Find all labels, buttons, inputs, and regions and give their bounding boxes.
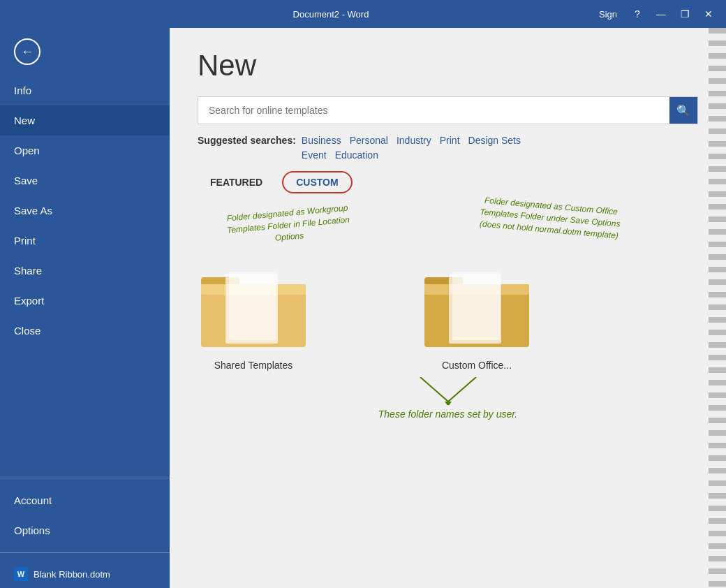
search-row-1: Suggested searches: Business Personal In… xyxy=(198,135,698,146)
svg-line-10 xyxy=(420,377,448,402)
sidebar-item-new[interactable]: New xyxy=(0,105,170,135)
page-title: New xyxy=(198,49,698,82)
search-container: 🔍 xyxy=(198,96,698,124)
suggested-label: Suggested searches: xyxy=(198,135,296,146)
folder-custom-office[interactable]: Custom Office... xyxy=(421,263,533,371)
recent-file-item[interactable]: W Blank Ribbon.dotm xyxy=(0,560,170,588)
suggested-searches: Suggested searches: Business Personal In… xyxy=(198,135,698,161)
tab-custom[interactable]: CUSTOM xyxy=(282,171,352,193)
main-content: New 🔍 Suggested searches: Business Perso… xyxy=(170,28,726,588)
folder-custom-office-label: Custom Office... xyxy=(442,360,512,371)
sidebar-item-save[interactable]: Save xyxy=(0,166,170,196)
search-link-industry[interactable]: Industry xyxy=(397,135,431,146)
annotation-left: Folder designated as Workgroup Templates… xyxy=(217,201,360,249)
sidebar-nav: Info New Open Save Save As Print Share E… xyxy=(0,75,170,346)
search-input[interactable] xyxy=(198,98,669,123)
search-icon: 🔍 xyxy=(676,104,690,117)
search-link-personal[interactable]: Personal xyxy=(350,135,388,146)
search-link-business[interactable]: Business xyxy=(302,135,341,146)
sidebar-item-options[interactable]: Options xyxy=(0,515,170,545)
word-file-icon: W xyxy=(14,567,28,581)
arrows-svg xyxy=(378,377,518,405)
search-link-print[interactable]: Print xyxy=(440,135,460,146)
folder-shared-icon xyxy=(198,263,309,354)
tab-featured[interactable]: FEATURED xyxy=(198,172,275,192)
annotation-right: Folder designated as Custom Office Templ… xyxy=(468,193,632,242)
window-title: Document2 - Word xyxy=(63,9,599,20)
back-button[interactable]: ← xyxy=(0,28,170,75)
arrows-annotation-area: These folder names set by user. xyxy=(378,377,518,420)
bottom-annotation: These folder names set by user. xyxy=(378,409,517,420)
back-circle-icon[interactable]: ← xyxy=(14,38,40,65)
sidebar-item-export[interactable]: Export xyxy=(0,286,170,316)
sidebar-item-open[interactable]: Open xyxy=(0,135,170,166)
search-link-event[interactable]: Event xyxy=(302,149,327,161)
svg-rect-9 xyxy=(452,272,500,340)
sidebar-item-close[interactable]: Close xyxy=(0,316,170,346)
svg-rect-4 xyxy=(229,272,276,340)
folder-shared[interactable]: Shared Templates xyxy=(198,263,309,371)
tabs-row: FEATURED CUSTOM xyxy=(198,171,698,193)
sidebar-item-account[interactable]: Account xyxy=(0,485,170,515)
sidebar-item-share[interactable]: Share xyxy=(0,256,170,286)
help-button[interactable]: ? xyxy=(627,3,648,24)
templates-area: Folder designated as Workgroup Templates… xyxy=(198,207,698,441)
search-link-education[interactable]: Education xyxy=(335,149,378,161)
folder-shared-label: Shared Templates xyxy=(214,360,293,371)
search-button[interactable]: 🔍 xyxy=(669,97,697,124)
svg-marker-11 xyxy=(445,402,452,405)
folders-row: Shared Templates Custom Office... xyxy=(198,249,698,385)
folder-custom-icon xyxy=(421,263,533,354)
jagged-edge xyxy=(709,28,726,588)
sign-in-text[interactable]: Sign xyxy=(599,9,617,20)
svg-line-12 xyxy=(448,377,476,402)
maximize-button[interactable]: ❐ xyxy=(674,3,695,24)
sidebar-item-info[interactable]: Info xyxy=(0,75,170,105)
title-bar: Document2 - Word Sign ? — ❐ ✕ xyxy=(0,0,726,28)
recent-file-name: Blank Ribbon.dotm xyxy=(34,569,110,580)
sidebar: ← Info New Open Save Save As Print Share… xyxy=(0,28,170,588)
app-body: ← Info New Open Save Save As Print Share… xyxy=(0,28,726,588)
search-link-design-sets[interactable]: Design Sets xyxy=(468,135,521,146)
sidebar-item-print[interactable]: Print xyxy=(0,226,170,256)
sidebar-bottom: Account Options W Blank Ribbon.dotm xyxy=(0,471,170,588)
minimize-button[interactable]: — xyxy=(651,3,672,24)
sidebar-item-save-as[interactable]: Save As xyxy=(0,196,170,226)
close-button[interactable]: ✕ xyxy=(698,3,719,24)
search-row-2: Suggested searches: Event Education xyxy=(198,149,698,161)
